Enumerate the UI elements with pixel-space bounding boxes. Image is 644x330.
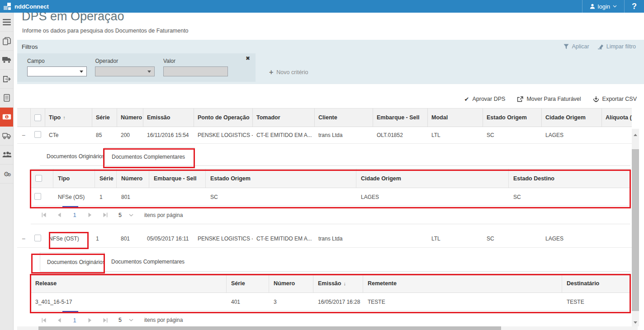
page-number[interactable]: 1 xyxy=(67,317,82,324)
dropdown-caret-icon xyxy=(80,71,83,73)
column-header-serie[interactable]: Série xyxy=(95,169,117,188)
left-sidebar: 1 ⚙⚙ xyxy=(0,13,14,330)
row-checkbox[interactable] xyxy=(34,131,41,138)
column-header-emissao[interactable]: Emissão xyxy=(143,108,194,127)
column-header-ponto[interactable]: Ponto de Operação xyxy=(194,108,253,127)
expand-column-header xyxy=(17,108,31,127)
selected-page-indicator xyxy=(62,311,78,313)
login-menu[interactable]: login xyxy=(582,0,624,13)
originating-documents-table: Release Série Número Emissão↓ Remetente … xyxy=(31,273,630,311)
column-header-numero[interactable]: Número xyxy=(117,108,143,127)
column-header-serie[interactable]: Série xyxy=(227,274,269,292)
next-page-button[interactable] xyxy=(82,212,98,217)
tab-documentos-complementares[interactable]: Documentos Complementares xyxy=(104,147,194,165)
table-row[interactable]: − NFSe (OST) 1 801 05/05/2017 16:11 PENS… xyxy=(17,230,632,248)
table-row[interactable]: 3_401_16-5-17 401 3 16/05/2017 16:28 TES… xyxy=(31,293,630,311)
first-page-icon xyxy=(42,318,46,323)
top-bar: nddConnect login ? xyxy=(0,0,644,13)
vertical-scrollbar[interactable] xyxy=(632,129,639,326)
sidebar-item-transport[interactable] xyxy=(0,51,13,70)
column-header-tipo[interactable]: Tipo xyxy=(53,169,95,188)
tab-documentos-originarios[interactable]: Documentos Originários xyxy=(40,252,104,271)
select-all-checkbox[interactable] xyxy=(34,114,41,121)
sidebar-item-documents[interactable] xyxy=(0,32,13,51)
last-page-button[interactable] xyxy=(98,318,113,323)
column-header-cidade-origem[interactable]: Cidade Origem xyxy=(542,108,602,127)
brand: nddConnect xyxy=(4,3,49,10)
prev-page-button[interactable] xyxy=(52,212,67,217)
row-checkbox[interactable] xyxy=(34,193,41,200)
next-page-button[interactable] xyxy=(82,318,98,323)
page-size-select[interactable]: 5 xyxy=(118,317,133,323)
move-to-billable-button[interactable]: Mover Para Faturável xyxy=(517,96,581,102)
scroll-up-button[interactable] xyxy=(634,130,637,138)
export-csv-button[interactable]: Exportar CSV xyxy=(593,96,637,102)
horizontal-scrollbar-thumb[interactable] xyxy=(38,326,501,330)
column-header-tomador[interactable]: Tomador xyxy=(253,108,315,127)
vertical-scrollbar-thumb[interactable] xyxy=(632,149,639,311)
first-page-button[interactable] xyxy=(36,318,52,323)
field-select[interactable] xyxy=(27,66,87,76)
detail-tabs: Documentos Originários Documentos Comple… xyxy=(40,252,630,272)
sidebar-item-users[interactable] xyxy=(0,146,13,165)
column-header-estado-origem[interactable]: Estado Origem xyxy=(483,108,542,127)
cell-modal: LTL xyxy=(428,236,483,242)
subtable-header-row: Release Série Número Emissão↓ Remetente … xyxy=(31,273,630,293)
chevron-down-icon xyxy=(129,319,133,321)
sidebar-item-menu[interactable] xyxy=(0,13,13,32)
apply-filter-button[interactable]: Aplicar xyxy=(564,43,589,50)
collapse-row-button[interactable]: − xyxy=(17,132,25,139)
column-header-emissao[interactable]: Emissão↓ xyxy=(313,274,363,292)
sidebar-item-billing[interactable]: 1 xyxy=(0,108,13,127)
scroll-down-button[interactable] xyxy=(634,317,637,325)
field-label: Campo xyxy=(27,58,87,64)
table-row[interactable]: NFSe (OS) 1 801 SC LAGES SC xyxy=(31,188,630,206)
tab-documentos-complementares[interactable]: Documentos Complementares xyxy=(104,252,194,271)
column-header-embarque[interactable]: Embarque - Sell xyxy=(149,169,206,188)
column-header-embarque[interactable]: Embarque - Sell xyxy=(373,108,428,127)
help-button[interactable]: ? xyxy=(624,0,644,13)
clear-filter-button[interactable]: Limpar filtro xyxy=(597,43,636,50)
column-header-numero[interactable]: Número xyxy=(269,274,313,292)
value-input[interactable] xyxy=(163,66,228,76)
column-header-release[interactable]: Release xyxy=(31,274,227,292)
column-header-aliquota[interactable]: Alíquota (%) xyxy=(602,108,632,127)
last-page-button[interactable] xyxy=(98,212,113,217)
operator-select[interactable] xyxy=(95,66,155,76)
complementary-documents-table: Tipo Série Número Embarque - Sell Estado… xyxy=(31,169,630,206)
page-number[interactable]: 1 xyxy=(67,212,82,218)
prev-page-button[interactable] xyxy=(52,318,67,323)
cell-emissao: 05/05/2017 16:11 xyxy=(143,236,194,242)
tab-documentos-originarios[interactable]: Documentos Originários xyxy=(40,147,104,165)
column-header-remetente[interactable]: Remetente xyxy=(363,274,562,292)
horizontal-scrollbar[interactable] xyxy=(17,326,638,330)
brand-name: nddConnect xyxy=(14,3,49,10)
row-checkbox[interactable] xyxy=(34,235,41,241)
column-header-serie[interactable]: Série xyxy=(92,108,117,127)
column-header-estado-origem[interactable]: Estado Origem xyxy=(206,169,356,188)
sidebar-item-settings[interactable]: ⚙⚙ xyxy=(0,165,13,184)
column-header-modal[interactable]: Modal xyxy=(428,108,483,127)
help-label: ? xyxy=(632,2,637,11)
operator-label: Operador xyxy=(95,58,155,64)
column-header-cliente[interactable]: Cliente xyxy=(315,108,373,127)
collapse-row-button[interactable]: − xyxy=(17,235,25,242)
page-size-select[interactable]: 5 xyxy=(118,212,133,218)
column-header-estado-destino[interactable]: Estado Destino xyxy=(509,169,630,188)
approve-dps-button[interactable]: ✔ Aprovar DPS xyxy=(464,96,506,103)
table-row[interactable]: − CTe 85 200 16/11/2016 15:54 PENSKE LOG… xyxy=(17,127,632,144)
detail-tabs: Documentos Originários Documentos Comple… xyxy=(40,147,630,166)
prev-page-icon xyxy=(57,318,61,323)
check-icon: ✔ xyxy=(464,96,469,103)
column-header-cidade-origem[interactable]: Cidade Origem xyxy=(356,169,509,188)
new-criteria-button[interactable]: + Novo critério xyxy=(269,69,308,76)
remove-criteria-icon[interactable]: ✖ xyxy=(246,55,250,61)
column-header-numero[interactable]: Número xyxy=(117,169,149,188)
first-page-button[interactable] xyxy=(36,212,52,217)
sidebar-item-document[interactable] xyxy=(0,89,13,108)
column-header-destinatario[interactable]: Destinatário xyxy=(562,274,630,292)
select-all-checkbox[interactable] xyxy=(35,175,42,182)
sidebar-item-delivery[interactable] xyxy=(0,127,13,146)
sidebar-item-export[interactable] xyxy=(0,70,13,89)
column-header-tipo[interactable]: Tipo↑ xyxy=(45,108,92,127)
